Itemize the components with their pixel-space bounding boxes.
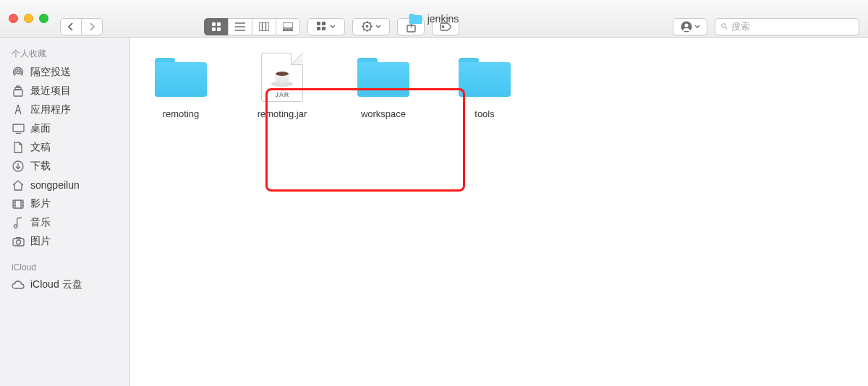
sidebar-item-label: iCloud 云盘 — [30, 278, 82, 291]
sidebar-item-movies[interactable]: 影片 — [0, 194, 129, 213]
music-icon — [12, 216, 25, 229]
movies-icon — [12, 197, 25, 210]
gallery-view-button[interactable] — [276, 18, 300, 35]
svg-rect-3 — [217, 27, 221, 31]
sidebar-item-label: 应用程序 — [30, 103, 71, 116]
window-controls — [9, 14, 48, 23]
sidebar-item-downloads[interactable]: 下载 — [0, 157, 129, 176]
sidebar-item-airdrop[interactable]: 隔空投送 — [0, 63, 129, 82]
view-mode-buttons — [204, 18, 300, 35]
jar-badge: JAR — [275, 91, 289, 98]
file-name: workspace — [361, 108, 406, 119]
sidebar-item-music[interactable]: 音乐 — [0, 213, 129, 232]
file-name: tools — [475, 108, 494, 119]
sidebar-item-label: 最近项目 — [30, 85, 71, 98]
svg-rect-1 — [217, 22, 221, 26]
svg-rect-15 — [322, 22, 326, 25]
sidebar-item-label: 文稿 — [30, 141, 51, 154]
sidebar-item-label: 图片 — [30, 235, 51, 248]
sidebar-item-label: 下载 — [30, 160, 51, 173]
svg-line-34 — [726, 27, 728, 30]
file-item-folder[interactable]: remoting — [145, 52, 217, 119]
forward-button[interactable] — [81, 18, 103, 35]
svg-rect-38 — [17, 86, 20, 87]
icon-view-button[interactable] — [204, 18, 229, 35]
close-button[interactable] — [9, 14, 18, 23]
svg-rect-16 — [317, 27, 320, 30]
svg-rect-14 — [317, 22, 320, 25]
svg-rect-43 — [13, 200, 23, 208]
svg-rect-10 — [283, 22, 293, 28]
svg-line-27 — [363, 29, 365, 30]
folder-icon — [409, 14, 422, 24]
minimize-button[interactable] — [24, 14, 33, 23]
sidebar-item-label: 音乐 — [30, 216, 51, 229]
svg-rect-0 — [212, 22, 216, 26]
sidebar-item-label: songpeilun — [30, 179, 80, 191]
sidebar-item-label: 隔空投送 — [30, 66, 71, 79]
jar-icon: JAR — [253, 52, 311, 103]
sidebar-item-home[interactable]: songpeilun — [0, 176, 129, 194]
svg-rect-12 — [286, 30, 289, 31]
arrange-button[interactable] — [307, 18, 345, 35]
window-title: jenkins — [409, 13, 459, 25]
titlebar: jenkins — [0, 0, 868, 38]
sidebar-item-desktop[interactable]: 桌面 — [0, 119, 129, 138]
sidebar-item-icloud-drive[interactable]: iCloud 云盘 — [0, 275, 129, 294]
sidebar-item-pictures[interactable]: 图片 — [0, 232, 129, 251]
pictures-icon — [12, 235, 25, 248]
favorites-title: 个人收藏 — [0, 43, 129, 63]
list-view-button[interactable] — [228, 18, 252, 35]
file-grid: remoting JAR remoting.jar workspace tool… — [130, 38, 868, 134]
icloud-title: iCloud — [0, 258, 129, 275]
file-item-jar[interactable]: JAR remoting.jar — [246, 52, 318, 119]
recent-icon — [12, 85, 25, 98]
svg-line-24 — [363, 22, 365, 24]
sidebar-item-recent[interactable]: 最近项目 — [0, 82, 129, 100]
svg-point-52 — [16, 240, 20, 244]
svg-point-33 — [722, 24, 726, 28]
sidebar: 个人收藏 隔空投送 最近项目 应用程序 桌面 文稿 下载 songpeilun — [0, 38, 130, 386]
window-title-text: jenkins — [427, 13, 459, 25]
search-field[interactable] — [715, 18, 859, 35]
folder-icon — [354, 52, 412, 103]
zoom-button[interactable] — [39, 14, 48, 23]
nav-buttons — [60, 18, 103, 35]
user-button[interactable] — [673, 18, 707, 35]
svg-rect-13 — [290, 30, 292, 31]
sidebar-item-documents[interactable]: 文稿 — [0, 138, 129, 157]
svg-point-32 — [684, 23, 688, 27]
file-item-folder[interactable]: tools — [448, 52, 521, 119]
action-button[interactable] — [352, 18, 390, 35]
svg-line-25 — [370, 29, 371, 30]
search-icon — [721, 22, 728, 31]
file-item-folder[interactable]: workspace — [347, 52, 420, 119]
sidebar-item-label: 桌面 — [30, 122, 51, 135]
column-view-button[interactable] — [252, 18, 276, 35]
svg-point-35 — [17, 71, 20, 74]
svg-rect-2 — [212, 27, 216, 31]
svg-rect-11 — [283, 30, 285, 31]
svg-rect-7 — [259, 22, 269, 31]
sidebar-item-label: 影片 — [30, 197, 51, 210]
svg-point-30 — [442, 25, 443, 27]
svg-rect-39 — [13, 124, 24, 132]
svg-rect-36 — [14, 90, 22, 96]
svg-rect-17 — [322, 27, 326, 30]
downloads-icon — [12, 160, 25, 173]
toolbar — [60, 15, 859, 38]
file-name: remoting — [163, 108, 200, 119]
search-input[interactable] — [731, 21, 853, 32]
documents-icon — [12, 141, 25, 154]
svg-point-50 — [14, 225, 17, 228]
file-name: remoting.jar — [258, 108, 307, 119]
apps-icon — [12, 103, 25, 116]
svg-line-26 — [370, 22, 371, 24]
svg-point-19 — [365, 25, 368, 28]
folder-icon — [456, 52, 514, 103]
home-icon — [12, 179, 25, 192]
cloud-icon — [12, 278, 25, 291]
sidebar-item-applications[interactable]: 应用程序 — [0, 100, 129, 119]
desktop-icon — [12, 122, 25, 135]
back-button[interactable] — [60, 18, 82, 35]
